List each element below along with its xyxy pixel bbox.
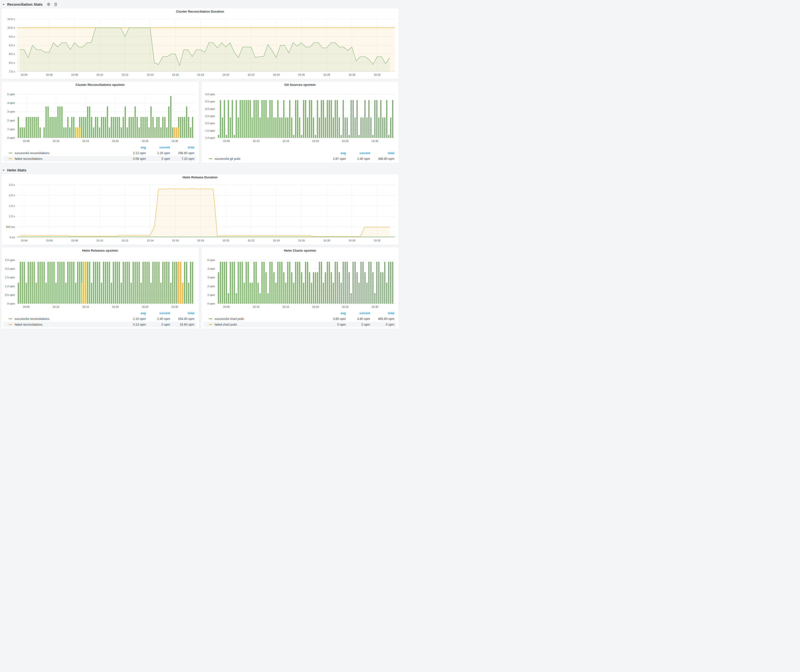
svg-text:4 opm: 4 opm [207,267,215,270]
panel-helm-releases-opm: Helm Releases ops/min 15:0515:1015:1515:… [1,247,199,329]
legend-header-row: avgcurrenttotal [3,310,197,316]
legend-header-row: avgcurrenttotal [3,144,197,150]
svg-text:15:08: 15:08 [71,239,78,242]
trash-icon[interactable] [54,2,58,6]
svg-text:5 opm: 5 opm [7,93,15,96]
legend-stat-header[interactable]: total [170,146,194,149]
legend-stat-header[interactable]: avg [122,312,146,315]
svg-text:9.5 s: 9.5 s [9,35,15,38]
svg-text:15:28: 15:28 [323,239,330,242]
panel-title[interactable]: Helm Releases ops/min [1,249,199,252]
svg-text:15:30: 15:30 [371,305,378,308]
svg-text:15:25: 15:25 [342,305,349,308]
legend-stat-value: 2.10 opm [122,317,146,321]
legend-row: failed reconciliations0.06 opm0 opm7.20 … [3,156,197,162]
cluster-reconciliations-chart[interactable]: 15:0515:1015:1515:2015:2515:300 opm1 opm… [3,88,197,144]
svg-text:15:30: 15:30 [371,139,378,142]
svg-text:15:20: 15:20 [112,305,119,308]
panel-helm-charts-opm: Helm Charts ops/min 15:0515:1015:1515:20… [201,247,399,329]
legend-series-label[interactable]: failed chart pulls [209,323,322,326]
cluster-reconciliation-duration-chart[interactable]: 15:0415:0615:0815:1015:1215:1415:1615:18… [3,15,397,77]
legend-series-label[interactable]: successful reconciliations [9,317,122,321]
helm-releases-chart[interactable]: 15:0515:1015:1515:2015:2515:300 opm0.5 o… [3,254,197,310]
gear-icon[interactable] [47,2,50,6]
legend-stat-value: 0 opm [146,323,170,326]
helm-release-duration-chart[interactable]: 15:0415:0615:0815:1015:1215:1415:1615:18… [3,181,397,243]
panel-title[interactable]: Cluster Reconciliation Duration [1,10,399,13]
svg-text:0 opm: 0 opm [207,302,215,305]
legend-stat-header[interactable]: total [170,312,194,315]
svg-text:15:10: 15:10 [96,239,103,242]
svg-text:2.5 s: 2.5 s [9,183,15,186]
legend-stat-value: 465.60 opm [370,317,394,321]
svg-text:1 opm: 1 opm [7,128,15,131]
panel-git-sources-opm: Git Sources ops/min 15:0515:1015:1515:20… [201,81,399,163]
legend-stat-header[interactable]: avg [322,151,346,155]
legend-series-label[interactable]: successful git pulls [209,157,322,161]
svg-text:2.5 opm: 2.5 opm [205,115,215,118]
legend-series-label[interactable]: failed reconciliations [9,157,122,161]
legend-series-label[interactable]: successful reconciliations [9,151,122,155]
svg-text:7.5 s: 7.5 s [9,70,15,73]
svg-text:10.0 s: 10.0 s [7,26,15,29]
helm-charts-chart[interactable]: 15:0515:1015:1515:2015:2515:300 opm1 opm… [203,254,398,310]
svg-text:15:14: 15:14 [147,239,154,242]
svg-text:15:20: 15:20 [222,73,229,76]
legend-series-label[interactable]: successful chart pulls [209,317,322,321]
legend-header-row: avgcurrenttotal [203,310,397,316]
section-header-reconciliation-stats[interactable]: Reconciliation Stats [1,0,399,8]
svg-text:15:20: 15:20 [312,305,319,308]
panel-title[interactable]: Helm Charts ops/min [202,249,399,252]
panel-title[interactable]: Cluster Reconciliations ops/min [1,83,199,86]
svg-text:2.0 s: 2.0 s [9,194,15,197]
section-header-helm-stats[interactable]: Helm Stats [1,166,399,174]
legend-row: successful git pulls2.87 opm2.40 opm346.… [203,156,397,162]
svg-text:15:10: 15:10 [96,73,103,76]
svg-text:15:18: 15:18 [197,239,204,242]
legend-stat-header[interactable]: total [370,312,394,315]
legend-stat-value: 7.20 opm [170,157,194,161]
svg-text:2.5 opm: 2.5 opm [5,259,15,262]
panel-title[interactable]: Git Sources ops/min [202,83,399,86]
legend-stat-value: 0.06 opm [122,157,146,161]
panel-title[interactable]: Helm Release Duration [1,175,399,179]
legend-stat-header[interactable]: current [346,312,370,315]
svg-text:15:06: 15:06 [46,73,53,76]
series-color-dash [9,153,12,154]
svg-text:15:30: 15:30 [349,239,355,242]
legend-stat-value: 256.80 opm [170,151,194,155]
svg-text:15:10: 15:10 [53,305,59,308]
svg-text:15:24: 15:24 [273,239,280,242]
svg-text:5 opm: 5 opm [207,259,215,262]
svg-text:15:05: 15:05 [223,139,230,142]
svg-text:15:26: 15:26 [298,239,305,242]
legend-row: successful reconciliations2.12 opm1.20 o… [3,150,197,156]
svg-text:15:26: 15:26 [298,73,305,76]
legend-stat-value: 0 opm [322,323,346,326]
svg-text:15:15: 15:15 [282,139,289,142]
svg-text:9.0 s: 9.0 s [9,44,15,47]
svg-text:4 opm: 4 opm [7,101,15,104]
legend-series-label[interactable]: failed reconciliations [9,323,122,326]
legend-stat-header[interactable]: current [346,151,370,155]
legend-stat-header[interactable]: avg [322,312,346,315]
svg-text:15:04: 15:04 [21,239,27,242]
legend-stat-header[interactable]: current [146,146,170,149]
legend-stat-header[interactable]: total [370,151,394,155]
svg-text:1.0 s: 1.0 s [9,215,15,218]
legend-helm-releases: avgcurrenttotalsuccessful reconciliation… [3,310,197,327]
chevron-down-icon [2,169,5,171]
svg-text:1.0 opm: 1.0 opm [5,285,15,288]
legend-stat-header[interactable]: current [146,312,170,315]
svg-text:15:12: 15:12 [122,239,128,242]
legend-stat-value: 4.80 opm [346,317,370,321]
svg-text:15:20: 15:20 [112,139,119,142]
svg-text:10.5 s: 10.5 s [7,18,15,21]
svg-text:15:25: 15:25 [142,305,149,308]
svg-text:1.0 opm: 1.0 opm [205,136,215,139]
svg-text:4.0 opm: 4.0 opm [205,93,215,96]
legend-stat-value: 0 opm [370,323,394,326]
git-sources-chart[interactable]: 15:0515:1015:1515:2015:2515:301.0 opm1.5… [203,88,398,144]
legend-stat-header[interactable]: avg [122,146,146,149]
legend-row: failed reconciliations0.13 opm0 opm15.60… [3,322,197,327]
